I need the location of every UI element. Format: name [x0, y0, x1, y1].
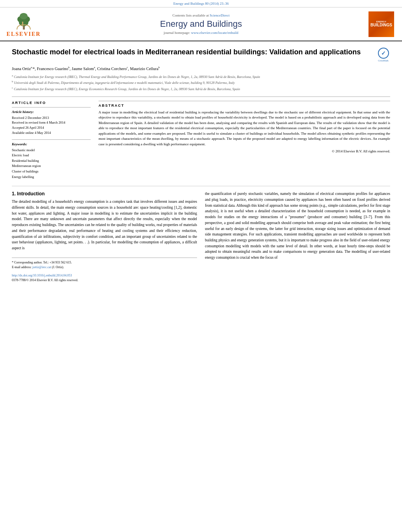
crossmark-logo: ✓ CrossMark	[376, 48, 390, 62]
email-link[interactable]: jortiz@irec.cat	[32, 265, 51, 269]
article-info-column: ARTICLE INFO Article history: Received 2…	[12, 101, 91, 180]
abstract-column: ABSTRACT A major issue in modelling the …	[99, 101, 390, 180]
keyword-4: Mediterranean region	[12, 163, 91, 169]
footnote-email: E-mail address: jortiz@irec.cat (J. Orti…	[12, 265, 197, 270]
section1-header: 1. Introduction	[12, 191, 197, 196]
footer-doi: http://dx.doi.org/10.1016/j.enbuild.2014…	[12, 273, 197, 278]
elsevier-wordmark: ELSEVIER	[7, 31, 41, 37]
journal-header: ELSEVIER Contents lists available at Sci…	[0, 7, 402, 41]
body-left-text: The detailed modelling of a household's …	[12, 199, 197, 251]
crossmark-icon: ✓	[378, 48, 389, 59]
keywords-section: Keywords: Stochastic model Electric load…	[12, 139, 91, 180]
header-divider	[12, 96, 390, 97]
keyword-6: Energy labelling	[12, 174, 91, 180]
homepage-link[interactable]: www.elsevier.com/locate/enbuild	[191, 31, 238, 35]
energy-buildings-logo: ENERGY BUILDINGS	[368, 11, 394, 37]
keywords-label: Keywords:	[12, 142, 91, 146]
svg-point-4	[20, 13, 28, 19]
keyword-3: Residential building	[12, 158, 91, 164]
footer-issn: 0378-7788/© 2014 Elsevier B.V. All right…	[12, 278, 197, 283]
journal-logo-right: ENERGY BUILDINGS	[363, 11, 394, 37]
article-content: Stochastic model for electrical loads in…	[0, 41, 402, 289]
body-left: 1. Introduction The detailed modelling o…	[12, 191, 197, 282]
article-title-section: Stochastic model for electrical loads in…	[12, 48, 390, 62]
keyword-1: Stochastic model	[12, 148, 91, 153]
authors: Joana Ortiza,*, Francesco Guarinob, Jaum…	[12, 66, 390, 71]
abstract-copyright: © 2014 Elsevier B.V. All rights reserved…	[99, 149, 390, 153]
body-right: the quantification of purely stochastic …	[205, 191, 390, 282]
article-info-abstract: ARTICLE INFO Article history: Received 2…	[12, 101, 390, 180]
body-two-col: 1. Introduction The detailed modelling o…	[12, 191, 390, 282]
abstract-text: A major issue in modelling the electrica…	[99, 110, 390, 147]
doi-link[interactable]: http://dx.doi.org/10.1016/j.enbuild.2014…	[12, 274, 72, 277]
elsevier-logo: ELSEVIER	[8, 11, 39, 37]
affiliations: a Catalonia Institute for Energy researc…	[12, 74, 390, 92]
body-content: 1. Introduction The detailed modelling o…	[12, 186, 390, 282]
crossmark-label: CrossMark	[378, 59, 389, 62]
footnote-section: * Corresponding author. Tel.: +34 933 56…	[12, 258, 197, 283]
accepted-date: Accepted 26 April 2014	[12, 125, 91, 130]
elsevier-tree-icon	[13, 11, 35, 30]
journal-banner: Energy and Buildings 80 (2014) 23–36	[0, 0, 402, 7]
journal-homepage: journal homepage: www.elsevier.com/locat…	[39, 31, 363, 35]
abstract-section: ABSTRACT A major issue in modelling the …	[99, 101, 390, 154]
journal-title-block: Contents lists available at ScienceDirec…	[39, 13, 363, 35]
body-right-text: the quantification of purely stochastic …	[205, 191, 390, 261]
article-info-label: ARTICLE INFO	[12, 101, 91, 105]
revised-date: Received in revised form 4 March 2014	[12, 120, 91, 125]
history-title: Article history:	[12, 110, 91, 114]
journal-name: Energy and Buildings	[39, 19, 363, 29]
received-date: Received 2 December 2013	[12, 115, 91, 120]
svg-rect-5	[22, 22, 23, 26]
article-history: Article history: Received 2 December 201…	[12, 107, 91, 135]
sciencedirect-info: Contents lists available at ScienceDirec…	[39, 13, 363, 17]
abstract-label: ABSTRACT	[99, 104, 390, 108]
footnote-corresponding: * Corresponding author. Tel.: +34 933 56…	[12, 260, 197, 265]
keyword-2: Electric load	[12, 153, 91, 158]
keyword-5: Cluster of buildings	[12, 169, 91, 174]
sciencedirect-link[interactable]: ScienceDirect	[210, 13, 229, 17]
journal-issue-info: Energy and Buildings 80 (2014) 23–36	[173, 2, 229, 6]
article-title: Stochastic model for electrical loads in…	[12, 48, 372, 57]
available-date: Available online 4 May 2014	[12, 130, 91, 135]
